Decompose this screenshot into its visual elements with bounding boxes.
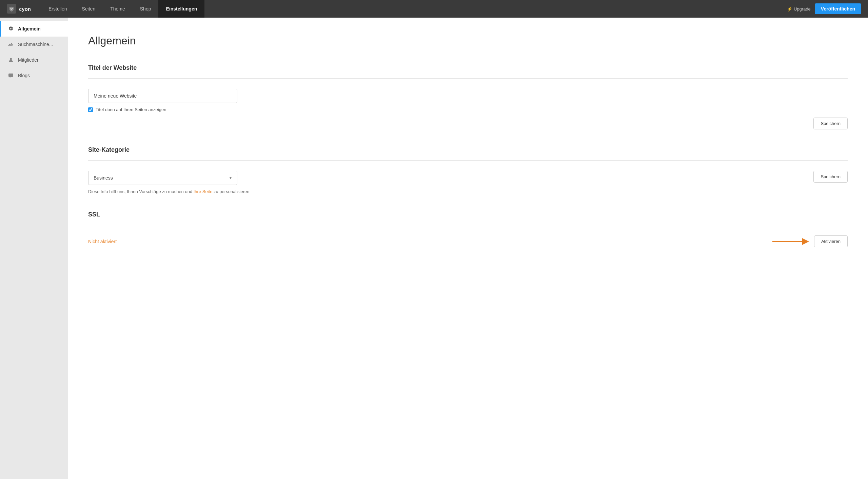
site-category-info: Diese Info hilft uns, Ihnen Vorschläge z… xyxy=(88,189,250,194)
site-category-left: Business Portfolio Blog Shop Persönlich … xyxy=(88,171,250,194)
website-title-heading: Titel der Website xyxy=(88,64,848,71)
app-layout: Allgemein Suchmaschine... Mitglieder xyxy=(0,18,868,479)
brand-logo[interactable]: cyon xyxy=(7,4,31,14)
site-category-heading: Site-Kategorie xyxy=(88,146,848,153)
publish-button[interactable]: Veröffentlichen xyxy=(815,3,861,14)
ssl-status-label: Nicht aktiviert xyxy=(88,239,117,244)
website-title-save-button[interactable]: Speichern xyxy=(813,118,848,129)
sidebar-item-suchmaschine-label: Suchmaschine... xyxy=(18,42,53,47)
site-category-select[interactable]: Business Portfolio Blog Shop Persönlich … xyxy=(88,171,237,185)
nav-item-erstellen[interactable]: Erstellen xyxy=(41,0,74,18)
ssl-right: Aktivieren xyxy=(771,235,848,247)
show-title-checkbox[interactable] xyxy=(88,107,93,112)
ssl-section: SSL Nicht aktiviert Aktivieren xyxy=(88,211,848,247)
top-nav: cyon Erstellen Seiten Theme Shop Einstel… xyxy=(0,0,868,18)
sidebar-item-blogs[interactable]: Blogs xyxy=(0,68,68,83)
svg-point-0 xyxy=(10,58,12,60)
top-nav-right: ⚡ Upgrade Veröffentlichen xyxy=(787,3,861,14)
sidebar-item-allgemein-label: Allgemein xyxy=(18,26,41,32)
gear-icon xyxy=(8,26,14,32)
nav-item-seiten[interactable]: Seiten xyxy=(74,0,103,18)
svg-rect-1 xyxy=(8,74,13,77)
website-title-section: Titel der Website Titel oben auf Ihren S… xyxy=(88,64,848,129)
nav-item-einstellungen[interactable]: Einstellungen xyxy=(158,0,204,18)
page-title: Allgemein xyxy=(88,35,848,47)
logo-icon xyxy=(7,4,16,14)
top-nav-items: Erstellen Seiten Theme Shop Einstellunge… xyxy=(41,0,787,18)
site-category-divider xyxy=(88,160,848,161)
arrow-icon xyxy=(771,236,811,247)
title-divider xyxy=(88,54,848,54)
nav-item-theme[interactable]: Theme xyxy=(103,0,133,18)
ssl-divider xyxy=(88,225,848,225)
sidebar-item-blogs-label: Blogs xyxy=(18,73,30,78)
ssl-activate-button[interactable]: Aktivieren xyxy=(814,235,848,247)
site-category-save-button[interactable]: Speichern xyxy=(813,171,848,183)
website-title-input[interactable] xyxy=(88,89,237,103)
main-content: Allgemein Titel der Website Titel oben a… xyxy=(68,18,868,479)
chart-icon xyxy=(8,41,14,47)
nav-item-shop[interactable]: Shop xyxy=(133,0,159,18)
sidebar-item-mitglieder[interactable]: Mitglieder xyxy=(0,52,68,68)
upgrade-button[interactable]: ⚡ Upgrade xyxy=(787,6,811,12)
show-title-label[interactable]: Titel oben auf Ihren Seiten anzeigen xyxy=(96,107,166,112)
sidebar-item-allgemein[interactable]: Allgemein xyxy=(0,21,68,37)
website-title-save-row: Speichern xyxy=(88,118,848,129)
person-icon xyxy=(8,57,14,63)
sidebar-item-mitglieder-label: Mitglieder xyxy=(18,57,39,63)
bolt-icon: ⚡ xyxy=(787,6,792,12)
site-category-select-wrapper: Business Portfolio Blog Shop Persönlich … xyxy=(88,171,237,185)
sidebar: Allgemein Suchmaschine... Mitglieder xyxy=(0,18,68,479)
website-title-divider xyxy=(88,78,848,79)
ssl-heading: SSL xyxy=(88,211,848,218)
site-category-section: Site-Kategorie Business Portfolio Blog S… xyxy=(88,146,848,194)
ssl-row: Nicht aktiviert Aktivieren xyxy=(88,235,848,247)
show-title-checkbox-row: Titel oben auf Ihren Seiten anzeigen xyxy=(88,107,848,112)
brand-name: cyon xyxy=(19,6,31,12)
comment-icon xyxy=(8,72,14,79)
sidebar-item-suchmaschine[interactable]: Suchmaschine... xyxy=(0,37,68,52)
